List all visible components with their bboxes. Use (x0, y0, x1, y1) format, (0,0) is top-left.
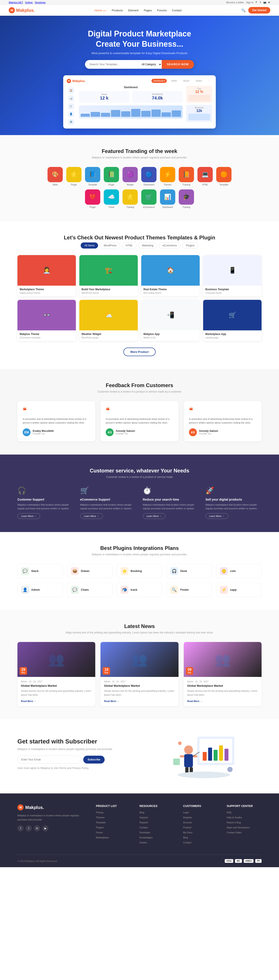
product-card[interactable]: 👓 Makplus Theme eCommerce template (17, 300, 76, 341)
plugin-item[interactable]: 🔍 Finder (166, 582, 212, 597)
filter-tab-plugins[interactable]: Plugins (182, 242, 198, 248)
footer-link[interactable]: Support (140, 816, 148, 819)
plugin-item[interactable]: 🪙 coin (216, 564, 262, 578)
filter-tab-marketing[interactable]: Marketing (138, 242, 157, 248)
filter-tab-wordpress[interactable]: WordPress (100, 242, 120, 248)
footer-link[interactable]: Pricing (96, 811, 103, 814)
footer-link[interactable]: Account (183, 821, 192, 824)
read-more-link[interactable]: Read More → (187, 700, 203, 702)
trending-icon-item[interactable]: ⭐ Training (122, 189, 138, 208)
product-card[interactable]: 📲 Makplus App Mobile UI kit (141, 300, 200, 341)
plugin-item[interactable]: 👤 Admin (17, 582, 63, 597)
plugin-item[interactable]: 💬 Chats (67, 582, 113, 597)
nav-contact[interactable]: Contact (172, 9, 182, 12)
nav-forums[interactable]: Forums (157, 9, 167, 12)
trending-icon-item[interactable]: 📗 Plugin (104, 167, 119, 186)
product-card[interactable]: 🏗️ Build Your Marketplace WordPress them… (79, 255, 138, 296)
product-card[interactable]: 📱 Business Template Corporate theme (203, 255, 262, 296)
footer-link[interactable]: Marketplace (96, 836, 109, 839)
nav-products[interactable]: Products (112, 9, 123, 12)
footer-link[interactable]: Themes (96, 816, 105, 819)
trending-icon-item[interactable]: 📘 Template (85, 167, 100, 186)
social-twitter[interactable]: t (26, 825, 32, 831)
nav-element[interactable]: Element (128, 9, 139, 12)
trending-icon-item[interactable]: 📊 Dashboard (160, 189, 175, 208)
subscriber-email-input[interactable] (17, 756, 81, 764)
sidebar-icon-shop[interactable]: 🛒 (68, 103, 74, 109)
footer-link[interactable]: Blog (183, 836, 188, 839)
learn-more-button[interactable]: Learn More → (206, 513, 228, 519)
plugin-item[interactable]: 💬 Slack (17, 564, 63, 578)
footer-link[interactable]: FAQ (227, 811, 231, 814)
learn-more-button[interactable]: Learn More → (143, 513, 165, 519)
get-started-button[interactable]: Get Started (248, 7, 270, 14)
footer-link[interactable]: Login (183, 811, 189, 814)
read-more-link[interactable]: Read More → (104, 700, 119, 702)
dash-tab-more[interactable]: ⋯ (206, 79, 212, 83)
plugin-item[interactable]: 📦 Dokan (67, 564, 113, 578)
topbar-link-makplus[interactable]: Makplus.NET (9, 1, 23, 4)
footer-link[interactable]: Help & Guides (227, 816, 242, 819)
footer-link[interactable]: Apps and Developers (227, 826, 250, 829)
search-input[interactable] (85, 60, 138, 69)
trending-icon-item[interactable]: 🔵 Dashboard (141, 167, 157, 186)
footer-link[interactable]: Contact Sales (227, 831, 241, 834)
sidebar-icon-chart[interactable]: 📊 (68, 95, 74, 102)
trending-icon-item[interactable]: 📙 Training (179, 167, 194, 186)
read-more-link[interactable]: Read More → (21, 700, 36, 702)
footer-link[interactable]: Knowledges (140, 836, 152, 839)
learn-more-button[interactable]: Learn More → (80, 513, 103, 519)
footer-link[interactable]: Blog (140, 811, 144, 814)
dash-tab-share[interactable]: Share (194, 79, 204, 83)
plugin-item[interactable]: 🎧 Desk (166, 564, 212, 578)
trending-icon-item[interactable]: 🛒 eCommerce (141, 189, 157, 208)
instagram-icon[interactable]: 📷 (263, 1, 266, 4)
footer-link[interactable]: My Docs (183, 831, 192, 834)
trending-icon-item[interactable]: ❤️ Plugin (85, 189, 100, 208)
learn-more-button[interactable]: Learn More → (17, 513, 40, 519)
trending-icon-item[interactable]: 🟠 Template (216, 167, 231, 186)
footer-link[interactable]: Reports (140, 821, 148, 824)
product-card[interactable]: ⛅ Weather Widget WordPress plugin (79, 300, 138, 341)
dash-tab-seller[interactable]: Seller (170, 79, 179, 83)
filter-tab-all-items[interactable]: All Items (81, 242, 98, 248)
footer-link[interactable]: Contact (183, 841, 191, 844)
social-instagram[interactable]: in (34, 825, 40, 831)
trending-icon-item[interactable]: 🎨 Slider (48, 167, 63, 186)
footer-link[interactable]: Forum (96, 831, 103, 834)
sidebar-icon-home[interactable]: 🏠 (68, 88, 74, 94)
nav-pages[interactable]: Pages (144, 9, 152, 12)
footer-link[interactable]: Template (96, 821, 106, 824)
product-card[interactable]: 🛒 Marketplace App Landing page (203, 300, 262, 341)
footer-link[interactable]: Guides (140, 841, 147, 844)
topbar-signin[interactable]: Sign In (246, 1, 254, 4)
footer-link[interactable]: Report a Bug (227, 821, 241, 824)
footer-link[interactable]: Product (183, 826, 191, 829)
filter-tab-html[interactable]: HTML (122, 242, 137, 248)
plugin-item[interactable]: 📬 track (117, 582, 162, 597)
filter-tab-ecommerce[interactable]: eCommerce (159, 242, 181, 248)
trending-icon-item[interactable]: 🎓 Training (179, 189, 194, 208)
social-youtube[interactable]: ▶ (42, 825, 48, 831)
trending-icon-item[interactable]: ⭐ Plugin (66, 167, 81, 186)
trending-icon-item[interactable]: 🟣 Widget (122, 167, 138, 186)
category-select[interactable]: All Category (138, 60, 162, 69)
youtube-icon[interactable]: ▶ (268, 1, 270, 4)
search-icon[interactable]: 🔍 (241, 8, 246, 13)
footer-link[interactable]: Plugins (96, 826, 104, 829)
topbar-link-gofiver[interactable]: Gofiver (25, 1, 33, 4)
twitter-icon[interactable]: 𝕿 (260, 1, 261, 4)
product-card[interactable]: 👩‍💼 Marketplace Theme Digital product th… (17, 255, 76, 296)
trending-icon-item[interactable]: 💻 HTML (198, 167, 213, 186)
search-button[interactable]: SEARCH NOW (162, 60, 194, 69)
trending-icon-item[interactable]: ☁️ Cloud (104, 189, 119, 208)
sidebar-icon-user[interactable]: 👤 (68, 111, 74, 117)
footer-link[interactable]: Contact (140, 826, 148, 829)
topbar-seller[interactable]: Become a Seller (226, 1, 244, 4)
subscribe-button[interactable]: Subscribe (83, 756, 105, 764)
nav-home[interactable]: Home HOT (94, 9, 106, 12)
facebook-icon[interactable]: 𝗙 (256, 1, 257, 4)
footer-link[interactable]: Register (183, 816, 192, 819)
plugin-item[interactable]: ⚡ xapp (216, 582, 262, 597)
dash-tab-dashboard[interactable]: Dashboard (152, 79, 167, 83)
